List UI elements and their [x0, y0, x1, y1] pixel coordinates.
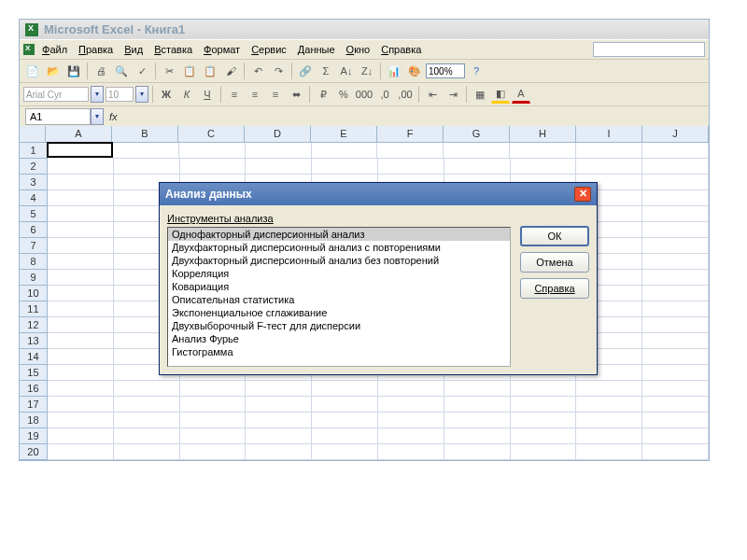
cell[interactable]	[642, 286, 709, 301]
cell[interactable]	[444, 413, 511, 428]
cell[interactable]	[48, 381, 114, 397]
cell[interactable]	[642, 190, 709, 206]
menu-вставка[interactable]: Вставка	[148, 42, 198, 57]
cell[interactable]	[246, 428, 312, 444]
font-size-dropdown-icon[interactable]: ▾	[135, 86, 148, 103]
cell[interactable]	[642, 254, 709, 270]
column-header[interactable]: D	[245, 126, 311, 143]
dec-decimal-icon[interactable]: ,00	[396, 85, 415, 104]
cell[interactable]	[48, 428, 114, 444]
cell[interactable]	[312, 413, 378, 428]
cell[interactable]	[48, 397, 114, 413]
column-header[interactable]: J	[642, 126, 709, 143]
cell[interactable]	[378, 428, 444, 444]
row-header[interactable]: 8	[20, 254, 48, 270]
cell[interactable]	[378, 159, 444, 175]
cell[interactable]	[642, 159, 709, 175]
cell[interactable]	[642, 365, 709, 381]
cell[interactable]	[48, 270, 114, 286]
cell[interactable]	[312, 143, 378, 159]
inc-indent-icon[interactable]: ⇥	[444, 85, 462, 104]
cell[interactable]	[180, 159, 247, 175]
font-size-input[interactable]	[106, 87, 134, 102]
column-header[interactable]: B	[112, 126, 178, 143]
analysis-option[interactable]: Однофакторный дисперсионный анализ	[168, 228, 510, 241]
cell[interactable]	[576, 143, 642, 159]
cell[interactable]	[576, 428, 642, 444]
cell[interactable]	[48, 413, 114, 428]
row-header[interactable]: 11	[20, 301, 48, 317]
close-icon[interactable]: ✕	[574, 187, 591, 202]
cell[interactable]	[179, 143, 246, 159]
menu-формат[interactable]: Формат	[198, 42, 246, 57]
cell[interactable]	[312, 444, 378, 460]
undo-icon[interactable]: ↶	[248, 62, 267, 80]
analysis-option[interactable]: Экспоненциальное сглаживание	[168, 306, 510, 319]
menu-справка[interactable]: Справка	[375, 42, 427, 57]
cell[interactable]	[642, 397, 709, 413]
cell[interactable]	[48, 317, 114, 333]
sort-desc-icon[interactable]: Z↓	[358, 62, 376, 80]
cell[interactable]	[114, 413, 180, 428]
cell[interactable]	[377, 143, 444, 159]
link-icon[interactable]: 🔗	[296, 62, 315, 80]
cell[interactable]	[180, 397, 247, 413]
cell[interactable]	[48, 444, 114, 460]
cell[interactable]	[642, 413, 709, 428]
redo-icon[interactable]: ↷	[269, 62, 288, 80]
column-header[interactable]: A	[46, 126, 112, 143]
zoom-input[interactable]	[426, 63, 465, 78]
row-header[interactable]: 4	[20, 190, 48, 206]
cell[interactable]	[114, 397, 180, 413]
cell[interactable]	[444, 397, 511, 413]
align-center-icon[interactable]: ≡	[246, 85, 264, 104]
fill-color-icon[interactable]: ◧	[491, 85, 510, 104]
cell[interactable]	[444, 444, 511, 460]
column-header[interactable]: E	[311, 126, 377, 143]
cell[interactable]	[48, 286, 114, 301]
row-header[interactable]: 17	[20, 397, 48, 413]
cell[interactable]	[576, 159, 642, 175]
cut-icon[interactable]: ✂	[160, 62, 178, 80]
column-header[interactable]: F	[377, 126, 444, 143]
cell[interactable]	[48, 254, 114, 270]
cell[interactable]	[246, 159, 312, 175]
cell[interactable]	[444, 428, 511, 444]
menu-файл[interactable]: Файл	[36, 42, 73, 57]
cell[interactable]	[444, 381, 511, 397]
cell[interactable]	[444, 159, 511, 175]
cell[interactable]	[48, 301, 114, 317]
cell[interactable]	[642, 428, 709, 444]
help-search-input[interactable]	[593, 42, 705, 57]
ok-button[interactable]: ОК	[520, 226, 589, 246]
cell[interactable]	[511, 413, 577, 428]
font-name-dropdown-icon[interactable]: ▾	[91, 86, 104, 103]
column-header[interactable]: I	[576, 126, 642, 143]
cell[interactable]	[246, 413, 312, 428]
cell[interactable]	[246, 143, 312, 159]
inc-decimal-icon[interactable]: ,0	[375, 85, 394, 104]
spell-icon[interactable]: ✓	[133, 62, 151, 80]
cell[interactable]	[48, 190, 114, 206]
cell[interactable]	[48, 159, 114, 175]
percent-icon[interactable]: %	[334, 85, 353, 104]
analysis-option[interactable]: Описательная статистика	[168, 293, 510, 306]
select-all-corner[interactable]	[20, 126, 46, 143]
cell[interactable]	[312, 428, 378, 444]
cell[interactable]	[642, 206, 709, 222]
cell[interactable]	[47, 142, 113, 158]
menu-правка[interactable]: Правка	[73, 42, 119, 57]
align-left-icon[interactable]: ≡	[225, 85, 244, 104]
cancel-button[interactable]: Отмена	[520, 252, 589, 273]
cell[interactable]	[180, 444, 247, 460]
open-icon[interactable]: 📂	[44, 62, 63, 80]
cell[interactable]	[48, 349, 114, 365]
row-header[interactable]: 1	[20, 143, 48, 159]
italic-icon[interactable]: К	[177, 85, 196, 104]
chart-icon[interactable]: 📊	[385, 62, 403, 80]
analysis-option[interactable]: Двухфакторный дисперсионный анализ с пов…	[168, 241, 510, 254]
cell[interactable]	[642, 143, 709, 159]
cell[interactable]	[48, 222, 114, 238]
cell[interactable]	[180, 413, 247, 428]
analysis-option[interactable]: Ковариация	[168, 280, 510, 293]
